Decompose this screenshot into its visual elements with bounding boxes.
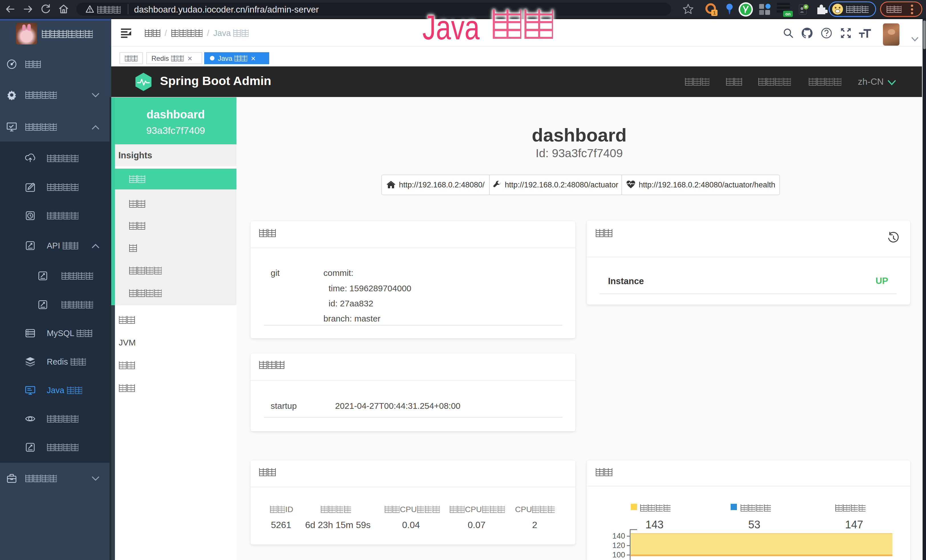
svg-text:on: on	[785, 11, 791, 16]
svg-text:1: 1	[713, 10, 716, 16]
